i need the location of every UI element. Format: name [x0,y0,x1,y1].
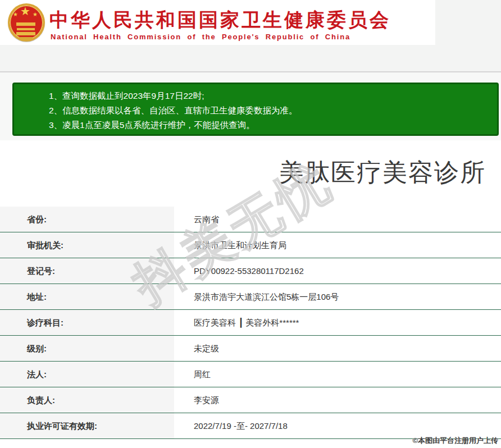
prc-national-emblem-icon: ★ ★ ★ [7,2,46,44]
image-copyright-mark: ©本图由平台注册用户上传 [412,436,498,446]
field-value: 医疗美容科 ┃ 美容外科****** [174,310,501,335]
table-row: 登记号: PDY00922-553280117D2162 [0,258,501,284]
field-value: 李安源 [174,387,501,413]
notice-box: 1、查询数据截止到2023年9月17日22时; 2、信息数据结果以各省、自治区、… [12,83,499,136]
field-label: 负责人: [0,387,174,413]
field-value: 未定级 [174,336,501,361]
table-row: 诊疗科目: 医疗美容科 ┃ 美容外科****** [0,310,501,336]
emblem-small-star-icon: ★ [33,11,38,17]
field-value: 2022/7/19 -至- 2027/7/18 [174,413,501,438]
table-row: 省份: 云南省 [0,207,501,232]
notice-line: 2、信息数据结果以各省、自治区、直辖市卫生健康委数据为准。 [49,103,497,118]
field-label: 省份: [0,207,174,232]
notice-content: 1、查询数据截止到2023年9月17日22时; 2、信息数据结果以各省、自治区、… [14,84,497,132]
field-label: 地址: [0,284,174,309]
clinic-detail-table: 省份: 云南省 审批机关: 景洪市卫生和计划生育局 登记号: PDY00922-… [0,207,501,439]
header-divider-line [0,71,501,72]
table-row: 法人: 周红 [0,362,501,387]
field-value: 景洪市卫生和计划生育局 [174,232,501,258]
field-label: 登记号: [0,258,174,284]
field-value: PDY00922-553280117D2162 [174,258,501,284]
notice-line: 3、凌晨1点至凌晨5点系统进行维护，不能提供查询。 [49,118,497,132]
emblem-gate [16,22,35,26]
field-label: 诊疗科目: [0,310,174,335]
table-row: 地址: 景洪市浩宇大道滨江公馆5栋一层106号 [0,284,501,310]
field-value: 周红 [174,362,501,387]
field-label: 级别: [0,336,174,361]
field-label: 执业许可证有效期: [0,413,174,438]
notice-line: 1、查询数据截止到2023年9月17日22时; [49,89,497,103]
field-value: 景洪市浩宇大道滨江公馆5栋一层106号 [174,284,501,309]
site-header: ★ ★ ★ 中华人民共和国国家卫生健康委员会 National Health C… [0,0,435,45]
field-label: 法人: [0,362,174,387]
emblem-small-star-icon: ★ [13,11,18,17]
table-row: 级别: 未定级 [0,336,501,362]
field-label: 审批机关: [0,232,174,258]
table-row: 审批机关: 景洪市卫生和计划生育局 [0,232,501,258]
field-value: 云南省 [174,207,501,232]
emblem-base [19,37,33,41]
table-row: 负责人: 李安源 [0,387,501,413]
emblem-star-icon: ★ [20,6,30,17]
site-title-chinese: 中华人民共和国国家卫生健康委员会 [49,7,391,33]
site-title-english: National Health Commission of the People… [51,33,350,41]
clinic-name-title: 美肽医疗美容诊所 [279,156,486,189]
